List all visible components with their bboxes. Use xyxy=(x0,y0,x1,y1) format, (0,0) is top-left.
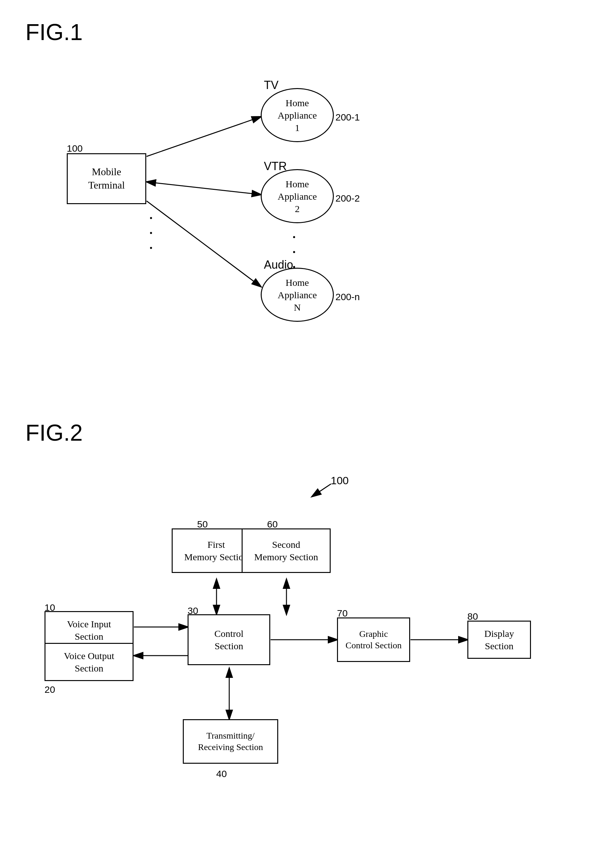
display-ref: 80 xyxy=(467,611,478,622)
mobile-terminal-box: MobileTerminal xyxy=(67,153,146,204)
display-box: DisplaySection xyxy=(467,621,531,659)
svg-line-3 xyxy=(146,182,261,195)
graphic-control-ref: 70 xyxy=(337,608,347,619)
control-ref: 30 xyxy=(187,605,198,616)
appliance-n-ref: 200-n xyxy=(335,292,360,303)
appliance-1-ref: 200-1 xyxy=(335,112,360,123)
appliance-2-ref: 200-2 xyxy=(335,193,360,204)
second-memory-ref: 60 xyxy=(267,519,278,530)
appliance-2-ellipse: HomeAppliance2 xyxy=(261,169,334,223)
second-memory-box: SecondMemory Section xyxy=(242,528,331,573)
transmitting-ref: 40 xyxy=(216,769,227,779)
page: FIG.1 xyxy=(0,0,592,868)
dots-center: ··· xyxy=(149,211,153,255)
voice-input-ref: 10 xyxy=(44,602,55,613)
first-memory-ref: 50 xyxy=(197,519,208,530)
voice-output-box: Voice OutputSection xyxy=(44,643,134,681)
graphic-control-box: GraphicControl Section xyxy=(337,617,410,662)
svg-line-7 xyxy=(312,484,331,497)
fig2-diagram: 100 FirstMemory Section 50 SecondMemory … xyxy=(25,459,567,868)
appliance-1-ellipse: HomeAppliance1 xyxy=(261,88,334,142)
svg-line-4 xyxy=(146,201,261,287)
appliance-n-ellipse: HomeApplianceN xyxy=(261,268,334,322)
svg-line-2 xyxy=(146,117,261,156)
fig1-title: FIG.1 xyxy=(25,19,567,45)
fig2-title: FIG.2 xyxy=(25,420,567,446)
mobile-terminal-ref: 100 xyxy=(67,143,83,154)
ref-100-label: 100 xyxy=(331,474,349,487)
tv-label: TV xyxy=(264,78,279,92)
transmitting-box: Transmitting/Receiving Section xyxy=(183,719,278,764)
fig2-section: FIG.2 xyxy=(25,420,567,868)
fig1-section: FIG.1 xyxy=(25,19,567,401)
fig1-diagram: MobileTerminal 100 TV HomeAppliance1 200… xyxy=(25,58,567,407)
control-box: ControlSection xyxy=(187,614,270,665)
voice-output-ref: 20 xyxy=(44,684,55,695)
